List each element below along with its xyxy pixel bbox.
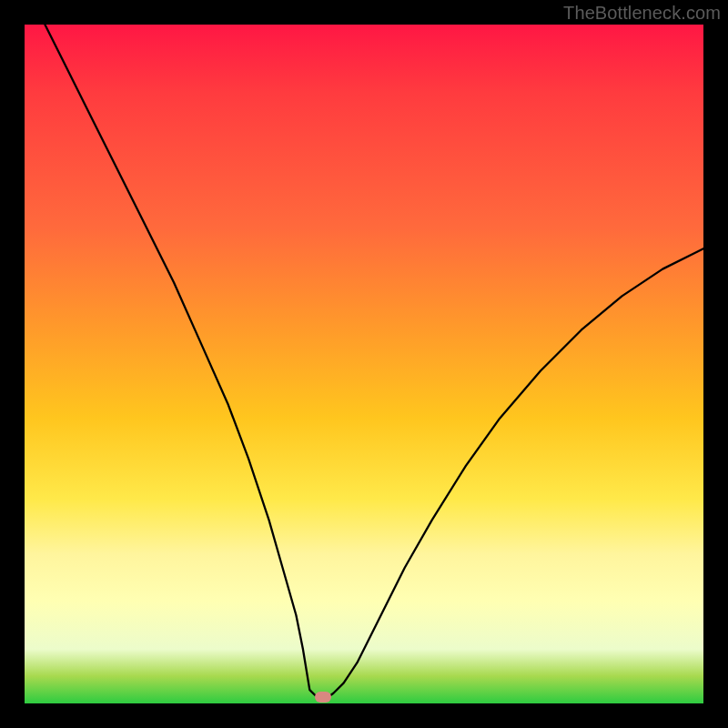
watermark-label: TheBottleneck.com bbox=[563, 3, 721, 24]
optimal-point-marker bbox=[315, 692, 331, 703]
plot-area bbox=[25, 25, 703, 703]
bottleneck-curve bbox=[25, 25, 703, 703]
chart-frame: TheBottleneck.com bbox=[0, 0, 728, 728]
